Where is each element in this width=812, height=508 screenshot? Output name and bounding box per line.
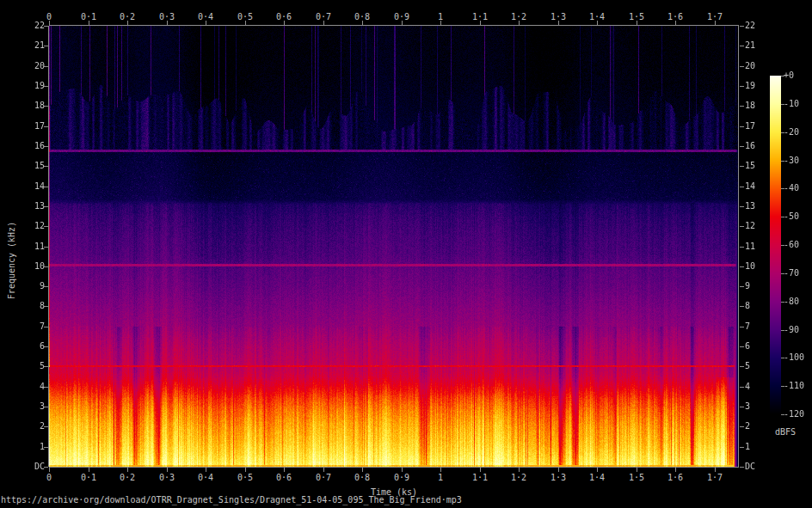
y-tick-label-left: 21 — [19, 41, 45, 50]
y-tick-label-right: 3 — [745, 402, 750, 411]
y-tick-right — [740, 366, 744, 367]
colorbar-tick-label: -50 — [784, 212, 799, 221]
x-tick-label-bottom: 1·5 — [629, 474, 644, 482]
y-tick-label-left: 11 — [19, 242, 45, 251]
y-tick-right — [740, 467, 744, 468]
y-tick-label-left: 12 — [19, 222, 45, 230]
y-tick-label-left: 18 — [19, 101, 45, 110]
x-tick-label-top: 0·8 — [354, 13, 370, 21]
y-tick-label-left: 1 — [19, 443, 45, 451]
y-tick-right — [740, 66, 744, 67]
x-tick-bottom — [89, 468, 89, 472]
x-tick-label-bottom: 1·3 — [551, 474, 566, 482]
x-tick-label-bottom: 1 — [438, 474, 443, 482]
y-tick-label-left: 22 — [19, 21, 45, 30]
x-tick-label-top: 1·3 — [551, 13, 566, 21]
x-tick-bottom — [49, 468, 50, 472]
y-tick-label-right: DC — [745, 462, 755, 471]
colorbar-tick-label: -30 — [784, 156, 799, 165]
x-tick-label-top: 1·4 — [589, 13, 605, 21]
x-tick-label-bottom: 0·2 — [120, 474, 135, 482]
x-tick-bottom — [480, 468, 481, 472]
y-tick-right — [740, 106, 744, 107]
y-axis-title: Frequency (kHz) — [8, 222, 16, 299]
colorbar-tick-label: -100 — [784, 353, 804, 362]
x-tick-label-bottom: 1·1 — [472, 474, 488, 482]
colorbar-tick-label: -80 — [784, 297, 799, 306]
x-tick-label-top: 0·3 — [159, 13, 175, 21]
y-tick-label-right: 8 — [745, 302, 750, 310]
y-tick-right — [740, 286, 744, 287]
y-tick-label-left: 4 — [19, 383, 45, 391]
x-tick-label-top: 1·5 — [629, 13, 644, 21]
y-tick-label-right: 17 — [745, 122, 755, 131]
y-tick-label-left: 9 — [19, 282, 45, 291]
x-tick-bottom — [362, 468, 363, 472]
y-tick-right — [740, 86, 744, 87]
x-tick-label-bottom: 0·7 — [316, 474, 331, 482]
y-tick-right — [740, 46, 744, 46]
colorbar-tick-label: -40 — [784, 184, 799, 193]
y-tick-right — [740, 387, 744, 388]
y-tick-right — [740, 187, 744, 187]
colorbar-tick-label: -70 — [784, 269, 799, 278]
x-tick-label-bottom: 1·7 — [707, 474, 723, 482]
y-tick-label-right: 21 — [745, 41, 755, 50]
x-tick-label-bottom: 0·6 — [276, 474, 292, 482]
x-tick-label-bottom: 1·2 — [511, 474, 526, 482]
x-tick-bottom — [245, 468, 246, 472]
y-tick-right — [740, 407, 744, 407]
colorbar-canvas — [770, 76, 781, 414]
y-tick-label-right: 15 — [745, 162, 755, 170]
x-tick-bottom — [284, 468, 285, 472]
y-tick-right — [740, 306, 744, 307]
y-tick-right — [740, 426, 744, 427]
y-tick-label-right: 5 — [745, 362, 750, 370]
x-tick-label-top: 1·7 — [707, 13, 723, 21]
x-tick-bottom — [637, 468, 637, 472]
x-tick-label-top: 0·2 — [120, 13, 135, 21]
colorbar-tick-label: +0 — [784, 71, 794, 80]
x-tick-label-top: 0·6 — [276, 13, 292, 21]
x-tick-label-bottom: 0·1 — [81, 474, 96, 482]
y-tick-label-left: 17 — [19, 122, 45, 131]
x-tick-bottom — [402, 468, 403, 472]
x-tick-label-top: 0·4 — [198, 13, 213, 21]
y-tick-label-right: 22 — [745, 21, 755, 30]
x-tick-label-bottom: 0·8 — [354, 474, 370, 482]
x-tick-label-top: 0·5 — [237, 13, 253, 21]
y-tick-right — [740, 346, 744, 347]
x-tick-label-top: 1·1 — [472, 13, 488, 21]
y-tick-label-left: 8 — [19, 302, 45, 310]
y-tick-right — [740, 166, 744, 167]
y-tick-label-left: 13 — [19, 202, 45, 211]
x-tick-bottom — [323, 468, 324, 472]
spectrogram-canvas — [49, 26, 738, 467]
x-tick-label-bottom: 0·5 — [237, 474, 253, 482]
y-tick-right — [740, 26, 744, 27]
x-tick-bottom — [206, 468, 206, 472]
source-url: https://archive·org/download/OTRR_Dragne… — [1, 496, 462, 505]
plot-frame-bottom — [49, 467, 739, 468]
y-tick-label-left: 5 — [19, 362, 45, 370]
y-tick-right — [740, 206, 744, 207]
y-tick-label-left: 6 — [19, 342, 45, 351]
x-tick-bottom — [597, 468, 598, 472]
y-tick-label-right: 14 — [745, 182, 755, 191]
colorbar-tick-label: -120 — [784, 410, 804, 419]
x-tick-label-bottom: 0·3 — [159, 474, 175, 482]
y-tick-right — [740, 266, 744, 267]
plot-frame-right — [738, 26, 739, 467]
y-tick-label-right: 9 — [745, 282, 750, 291]
x-tick-label-top: 0·1 — [81, 13, 96, 21]
colorbar-tick-label: -90 — [784, 326, 799, 334]
y-tick-right — [740, 447, 744, 448]
y-tick-label-right: 13 — [745, 202, 755, 211]
x-tick-bottom — [558, 468, 559, 472]
y-tick-label-left: 20 — [19, 62, 45, 70]
colorbar-title: dBFS — [775, 428, 796, 437]
x-tick-bottom — [675, 468, 676, 472]
x-tick-label-bottom: 0·4 — [198, 474, 213, 482]
y-tick-label-right: 2 — [745, 422, 750, 431]
y-tick-label-right: 16 — [745, 142, 755, 150]
